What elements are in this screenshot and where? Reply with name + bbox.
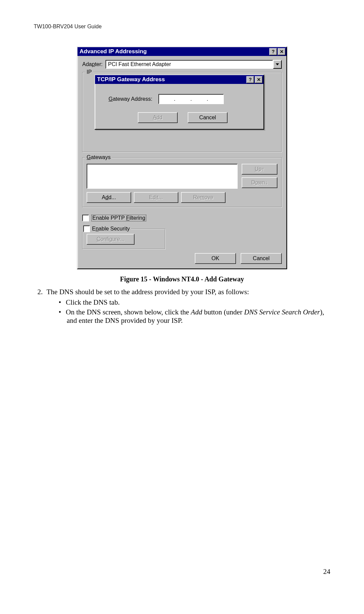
gateways-groupbox: Gateways Add... Edit... Remove Up↑ [82, 157, 282, 207]
down-button[interactable]: Down↓ [242, 177, 277, 188]
step-text: The DNS should be set to the address pro… [47, 288, 249, 296]
figure-caption: Figure 15 - Windows NT4.0 - Add Gateway [34, 275, 330, 283]
advanced-ip-dialog: Advanced IP Addressing ? ✕ Adapter: PCI … [77, 47, 287, 269]
adapter-label: Adapter: [82, 61, 103, 67]
gateways-listbox[interactable] [87, 164, 238, 189]
adapter-value: PCI Fast Ethernet Adapter [105, 60, 273, 69]
dropdown-arrow-icon[interactable] [273, 60, 282, 69]
inner-titlebar: TCP/IP Gateway Address ? ✕ [95, 75, 264, 84]
gateway-address-dialog: TCP/IP Gateway Address ? ✕ Gateway Addre… [94, 74, 264, 130]
gateways-add-button[interactable]: Add... [87, 192, 131, 203]
ok-button[interactable]: OK [195, 253, 236, 264]
cancel-button[interactable]: Cancel [241, 253, 282, 264]
inner-title: TCP/IP Gateway Address [97, 76, 165, 83]
inner-help-button[interactable]: ? [246, 76, 254, 83]
ip-legend: IP [85, 69, 93, 75]
up-button[interactable]: Up↑ [242, 164, 277, 175]
outer-title: Advanced IP Addressing [80, 48, 147, 55]
gateway-ip-input[interactable]: . . . [158, 94, 224, 104]
inner-close-button[interactable]: ✕ [255, 76, 263, 83]
close-button[interactable]: ✕ [278, 48, 285, 55]
gateways-remove-button[interactable]: Remove [181, 192, 225, 203]
security-checkbox[interactable] [83, 225, 90, 232]
gateway-address-label: Gateway Address: [109, 96, 152, 102]
bullet-2: On the DNS screen, shown below, click th… [59, 308, 330, 325]
body-text: The DNS should be set to the address pro… [34, 288, 330, 325]
inner-cancel-button[interactable]: Cancel [188, 112, 228, 123]
pptp-checkbox[interactable] [82, 215, 89, 221]
security-groupbox: Enable Security Configure... [82, 229, 165, 249]
gateways-edit-button[interactable]: Edit... [134, 192, 178, 203]
outer-titlebar: Advanced IP Addressing ? ✕ [78, 47, 286, 56]
gateways-legend: Gateways [85, 154, 112, 160]
pptp-label: Enable PPTP Filtering [92, 215, 146, 221]
security-label: Enable Security [92, 226, 130, 232]
configure-button[interactable]: Configure... [87, 234, 134, 245]
adapter-dropdown[interactable]: PCI Fast Ethernet Adapter [105, 60, 282, 69]
bullet-1: Click the DNS tab. [59, 298, 330, 307]
inner-add-button[interactable]: Add [138, 112, 178, 123]
help-button[interactable]: ? [269, 48, 277, 55]
page-number: 24 [34, 567, 330, 576]
doc-header: TW100-BRV204 User Guide [34, 24, 330, 30]
